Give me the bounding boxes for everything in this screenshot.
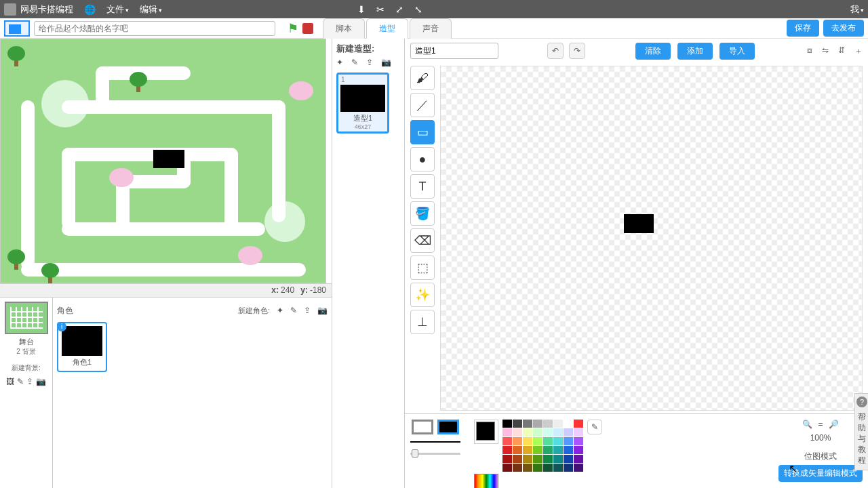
color-swatch[interactable] <box>533 446 542 454</box>
costume-upload-icon[interactable]: ⇪ <box>366 58 373 67</box>
color-swatch[interactable] <box>502 420 512 428</box>
eraser-tool[interactable]: ⌫ <box>410 228 435 253</box>
color-swatch[interactable] <box>564 464 573 472</box>
color-swatch[interactable] <box>553 464 563 472</box>
fill-mode[interactable] <box>437 420 459 434</box>
color-swatch[interactable] <box>543 428 553 436</box>
zoom-in-icon[interactable]: 🔎 <box>829 420 839 429</box>
stage-preview[interactable] <box>0 39 326 283</box>
user-menu[interactable]: 我 <box>850 3 864 16</box>
eyedropper-icon[interactable]: ✎ <box>587 420 602 434</box>
color-swatch[interactable] <box>564 420 573 428</box>
flip-v-icon[interactable]: ⇵ <box>838 45 845 57</box>
backdrop-upload-icon[interactable]: ⇪ <box>26 377 33 386</box>
color-swatch[interactable] <box>523 437 532 445</box>
sprite-upload-icon[interactable]: ⇪ <box>304 306 311 315</box>
select-tool[interactable]: ⬚ <box>410 256 435 280</box>
save-button[interactable]: 保存 <box>787 20 819 37</box>
color-swatch[interactable] <box>523 428 532 436</box>
color-swatch[interactable] <box>543 420 553 428</box>
stage-sprite[interactable] <box>153 150 184 168</box>
color-swatch[interactable] <box>523 446 532 454</box>
zoom-out-icon[interactable]: 🔍 <box>802 420 812 429</box>
color-swatch[interactable] <box>553 446 563 454</box>
color-swatch[interactable] <box>513 428 522 436</box>
sprite-item[interactable]: i 角色1 <box>57 322 107 372</box>
line-tool[interactable]: ／ <box>410 93 435 117</box>
color-swatch[interactable] <box>502 428 512 436</box>
stage-thumbnail[interactable] <box>5 302 48 334</box>
edit-menu[interactable]: 编辑 <box>140 3 162 16</box>
color-swatch[interactable] <box>543 446 553 454</box>
fill-tool[interactable]: 🪣 <box>410 201 435 226</box>
color-swatch[interactable] <box>574 420 583 428</box>
grow-icon[interactable]: ⤢ <box>395 4 403 15</box>
color-swatch[interactable] <box>502 446 512 454</box>
green-flag-icon[interactable]: ⚑ <box>288 21 298 36</box>
redo-button[interactable]: ↷ <box>569 43 585 59</box>
stamp-icon[interactable]: ⬇ <box>357 4 366 15</box>
color-swatch[interactable] <box>553 420 563 428</box>
color-swatch[interactable] <box>543 437 553 445</box>
backdrop-library-icon[interactable]: 🖼 <box>6 377 14 386</box>
stage-size-toggle[interactable] <box>4 20 30 37</box>
shrink-icon[interactable]: ⤡ <box>414 4 422 15</box>
line-width-slider[interactable] <box>410 449 460 458</box>
brush-tool[interactable]: 🖌 <box>410 66 435 90</box>
color-picker-icon[interactable] <box>474 474 498 488</box>
center-icon[interactable]: ＋ <box>854 45 863 57</box>
tab-costumes[interactable]: 造型 <box>366 18 408 39</box>
tab-sounds[interactable]: 声音 <box>410 18 452 39</box>
color-swatch[interactable] <box>523 464 532 472</box>
flip-h-icon[interactable]: ⇋ <box>822 45 829 57</box>
import-button[interactable]: 导入 <box>719 43 755 60</box>
color-swatch[interactable] <box>502 437 512 445</box>
color-swatch[interactable] <box>574 455 583 463</box>
help-icon[interactable]: ? <box>856 396 867 407</box>
color-swatch[interactable] <box>513 420 522 428</box>
project-name-input[interactable] <box>34 21 275 36</box>
tab-scripts[interactable]: 脚本 <box>323 18 365 39</box>
color-swatch[interactable] <box>553 455 563 463</box>
color-swatch[interactable] <box>533 437 542 445</box>
cut-icon[interactable]: ✂ <box>376 4 384 15</box>
color-swatch[interactable] <box>564 437 573 445</box>
color-swatch[interactable] <box>533 420 542 428</box>
color-swatch[interactable] <box>513 455 522 463</box>
costume-camera-icon[interactable]: 📷 <box>381 58 391 67</box>
ellipse-tool[interactable]: ● <box>410 147 435 171</box>
stamp-tool[interactable]: ⊥ <box>410 310 435 334</box>
undo-button[interactable]: ↶ <box>547 43 564 59</box>
color-swatch[interactable] <box>553 428 563 436</box>
publish-button[interactable]: 去发布 <box>823 20 864 37</box>
zoom-reset-icon[interactable]: = <box>818 420 823 429</box>
color-swatch[interactable] <box>523 420 532 428</box>
color-swatch[interactable] <box>574 428 583 436</box>
add-button[interactable]: 添加 <box>677 43 713 60</box>
crop-icon[interactable]: ⧈ <box>807 45 812 57</box>
sprite-info-icon[interactable]: i <box>57 322 66 331</box>
color-swatch[interactable] <box>513 464 522 472</box>
costume-name-input[interactable] <box>410 43 498 59</box>
color-swatch[interactable] <box>574 446 583 454</box>
text-tool[interactable]: T <box>410 174 435 199</box>
outline-mode[interactable] <box>412 420 433 434</box>
clear-button[interactable]: 清除 <box>635 43 671 60</box>
color-swatch[interactable] <box>502 455 512 463</box>
canvas-shape[interactable] <box>624 214 654 233</box>
color-swatch[interactable] <box>543 464 553 472</box>
color-swatch[interactable] <box>543 455 553 463</box>
wand-tool[interactable]: ✨ <box>410 283 435 307</box>
color-swatch[interactable] <box>553 437 563 445</box>
costume-item[interactable]: 1 造型1 46x27 <box>336 73 389 134</box>
current-color-swatch[interactable] <box>476 422 495 441</box>
costume-library-icon[interactable]: ✦ <box>336 58 343 67</box>
costume-paint-icon[interactable]: ✎ <box>351 58 358 67</box>
color-swatch[interactable] <box>502 464 512 472</box>
color-swatch[interactable] <box>564 455 573 463</box>
color-swatch[interactable] <box>533 428 542 436</box>
convert-mode-button[interactable]: 转换成矢量编辑模式 <box>778 465 863 482</box>
file-menu[interactable]: 文件 <box>106 3 129 16</box>
backdrop-paint-icon[interactable]: ✎ <box>17 377 24 386</box>
sprite-paint-icon[interactable]: ✎ <box>290 306 297 315</box>
